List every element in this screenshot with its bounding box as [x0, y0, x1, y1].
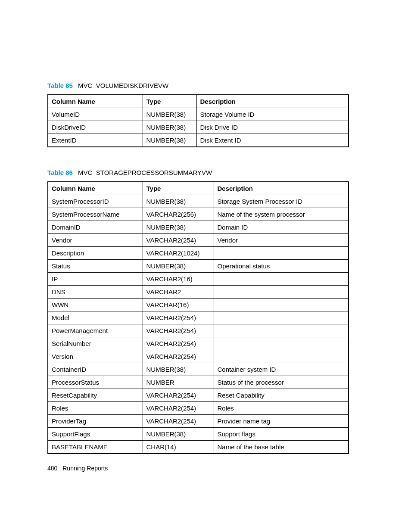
cell-type: VARCHAR2(1024): [143, 247, 214, 260]
cell-description: Domain ID: [214, 221, 349, 234]
cell-type: VARCHAR2(256): [143, 208, 214, 221]
cell-type: NUMBER(38): [143, 121, 196, 134]
cell-description: Storage System Processor ID: [214, 195, 349, 208]
table-row: PowerManagementVARCHAR2(254): [48, 324, 349, 337]
cell-column-name: ProviderTag: [48, 415, 143, 428]
cell-column-name: Status: [48, 260, 143, 273]
cell-column-name: ProcessorStatus: [48, 376, 143, 389]
section-name: Running Reports: [62, 465, 108, 472]
table-85: Column Name Type Description VolumeIDNUM…: [47, 94, 349, 147]
cell-column-name: ExtentID: [48, 134, 143, 147]
cell-column-name: BASETABLENAME: [48, 441, 143, 454]
page-number: 480: [47, 465, 57, 472]
table-row: StatusNUMBER(38)Operational status: [48, 260, 349, 273]
header-description: Description: [196, 95, 349, 108]
cell-type: VARCHAR2: [143, 286, 214, 299]
cell-description: Storage Volume ID: [196, 108, 349, 121]
cell-type: NUMBER(38): [143, 221, 214, 234]
cell-type: VARCHAR2(254): [143, 402, 214, 415]
table-header-row: Column Name Type Description: [48, 182, 349, 195]
cell-description: Container system ID: [214, 363, 349, 376]
table-85-label: Table 85: [47, 82, 73, 89]
cell-type: VARCHAR(16): [143, 299, 214, 311]
cell-column-name: SystemProcessorID: [48, 195, 143, 208]
cell-description: Roles: [214, 402, 349, 415]
cell-description: [214, 337, 349, 350]
cell-type: NUMBER(38): [143, 428, 214, 441]
header-description: Description: [214, 182, 349, 195]
table-85-section: Table 85 MVC_VOLUMEDISKDRIVEVW Column Na…: [47, 82, 364, 147]
cell-column-name: IP: [48, 273, 143, 286]
cell-type: VARCHAR2(254): [143, 389, 214, 402]
cell-column-name: Vendor: [48, 234, 143, 247]
cell-description: [214, 299, 349, 311]
table-86-section: Table 86 MVC_STORAGEPROCESSORSUMMARYVW C…: [47, 169, 364, 454]
table-row: SystemProcessorIDNUMBER(38)Storage Syste…: [48, 195, 349, 208]
cell-column-name: Version: [48, 350, 143, 363]
table-row: SerialNumberVARCHAR2(254): [48, 337, 349, 350]
cell-type: NUMBER(38): [143, 195, 214, 208]
cell-column-name: ResetCapability: [48, 389, 143, 402]
cell-description: Reset Capability: [214, 389, 349, 402]
cell-column-name: DNS: [48, 286, 143, 299]
table-row: ResetCapabilityVARCHAR2(254)Reset Capabi…: [48, 389, 349, 402]
table-row: VersionVARCHAR2(254): [48, 350, 349, 363]
cell-description: Provider name tag: [214, 415, 349, 428]
cell-description: [214, 273, 349, 286]
cell-description: [214, 350, 349, 363]
cell-description: [214, 324, 349, 337]
table-header-row: Column Name Type Description: [48, 95, 349, 108]
cell-column-name: DomainID: [48, 221, 143, 234]
table-row: BASETABLENAMECHAR(14)Name of the base ta…: [48, 441, 349, 454]
table-86-title: Table 86 MVC_STORAGEPROCESSORSUMMARYVW: [47, 169, 364, 176]
table-row: WWNVARCHAR(16): [48, 299, 349, 311]
cell-description: Status of the processor: [214, 376, 349, 389]
table-row: DescriptionVARCHAR2(1024): [48, 247, 349, 260]
table-row: ProcessorStatusNUMBERStatus of the proce…: [48, 376, 349, 389]
cell-column-name: DiskDriveID: [48, 121, 143, 134]
cell-type: NUMBER(38): [143, 134, 196, 147]
cell-type: NUMBER(38): [143, 363, 214, 376]
table-86-body: SystemProcessorIDNUMBER(38)Storage Syste…: [48, 195, 349, 454]
table-86: Column Name Type Description SystemProce…: [47, 181, 349, 454]
cell-description: Name of the base table: [214, 441, 349, 454]
table-85-name: MVC_VOLUMEDISKDRIVEVW: [78, 82, 168, 89]
cell-column-name: SupportFlags: [48, 428, 143, 441]
cell-description: Support flags: [214, 428, 349, 441]
cell-type: VARCHAR2(254): [143, 234, 214, 247]
cell-type: NUMBER(38): [143, 260, 214, 273]
cell-column-name: Description: [48, 247, 143, 260]
table-row: ModelVARCHAR2(254): [48, 311, 349, 324]
cell-column-name: Roles: [48, 402, 143, 415]
header-type: Type: [143, 182, 214, 195]
cell-type: NUMBER: [143, 376, 214, 389]
table-row: ExtentIDNUMBER(38)Disk Extent ID: [48, 134, 349, 147]
cell-type: VARCHAR2(16): [143, 273, 214, 286]
table-86-label: Table 86: [47, 169, 73, 176]
cell-type: NUMBER(38): [143, 108, 196, 121]
cell-description: Name of the system processor: [214, 208, 349, 221]
cell-column-name: Model: [48, 311, 143, 324]
cell-description: [214, 286, 349, 299]
cell-column-name: PowerManagement: [48, 324, 143, 337]
table-85-title: Table 85 MVC_VOLUMEDISKDRIVEVW: [47, 82, 364, 89]
table-row: IPVARCHAR2(16): [48, 273, 349, 286]
cell-type: CHAR(14): [143, 441, 214, 454]
cell-column-name: VolumeID: [48, 108, 143, 121]
cell-description: Vendor: [214, 234, 349, 247]
cell-type: VARCHAR2(254): [143, 337, 214, 350]
cell-type: VARCHAR2(254): [143, 324, 214, 337]
cell-type: VARCHAR2(254): [143, 311, 214, 324]
table-85-body: VolumeIDNUMBER(38)Storage Volume IDDiskD…: [48, 108, 349, 147]
table-row: DiskDriveIDNUMBER(38)Disk Drive ID: [48, 121, 349, 134]
table-row: VendorVARCHAR2(254)Vendor: [48, 234, 349, 247]
table-row: ContainerIDNUMBER(38)Container system ID: [48, 363, 349, 376]
cell-column-name: ContainerID: [48, 363, 143, 376]
table-row: ProviderTagVARCHAR2(254)Provider name ta…: [48, 415, 349, 428]
page-footer: 480 Running Reports: [47, 465, 108, 472]
header-column-name: Column Name: [48, 182, 143, 195]
table-row: DomainIDNUMBER(38)Domain ID: [48, 221, 349, 234]
table-86-name: MVC_STORAGEPROCESSORSUMMARYVW: [78, 169, 212, 176]
cell-description: [214, 247, 349, 260]
cell-column-name: SerialNumber: [48, 337, 143, 350]
